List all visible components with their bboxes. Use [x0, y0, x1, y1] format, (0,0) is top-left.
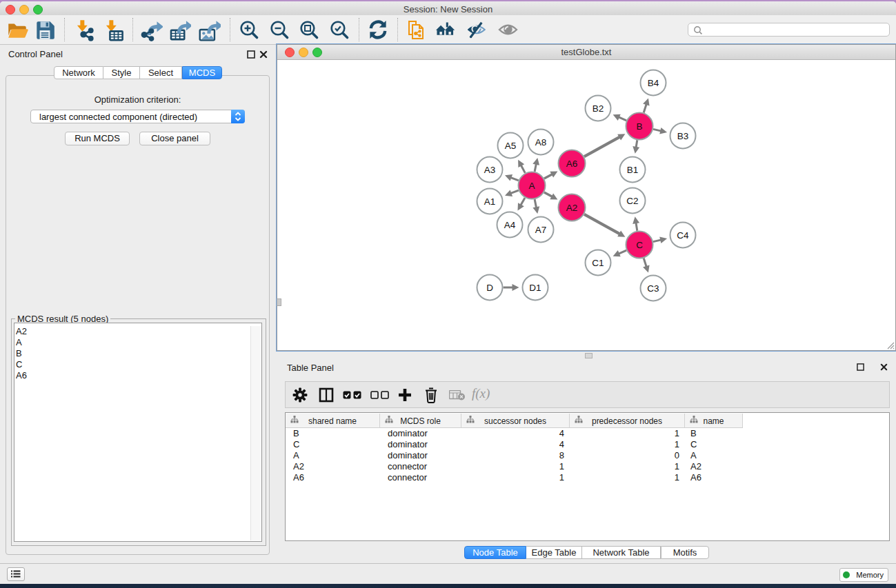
- svg-text:C: C: [636, 240, 643, 250]
- svg-text:A3: A3: [484, 165, 496, 175]
- svg-text:C3: C3: [647, 283, 659, 294]
- svg-text:C4: C4: [677, 230, 689, 241]
- svg-text:B: B: [636, 121, 642, 132]
- svg-text:A4: A4: [504, 220, 516, 230]
- svg-text:A7: A7: [535, 225, 547, 235]
- svg-text:D: D: [486, 283, 493, 293]
- svg-text:A1: A1: [484, 196, 496, 207]
- svg-text:A8: A8: [535, 137, 547, 148]
- svg-text:A6: A6: [566, 159, 578, 169]
- svg-text:B2: B2: [593, 103, 604, 114]
- svg-text:A5: A5: [505, 141, 517, 151]
- svg-text:B3: B3: [677, 131, 689, 141]
- svg-text:C1: C1: [592, 258, 604, 268]
- svg-text:B1: B1: [627, 165, 639, 175]
- svg-text:A: A: [528, 181, 535, 191]
- svg-text:B4: B4: [648, 78, 659, 88]
- svg-text:A2: A2: [566, 203, 578, 213]
- svg-text:C2: C2: [626, 196, 638, 206]
- svg-text:D1: D1: [529, 283, 541, 293]
